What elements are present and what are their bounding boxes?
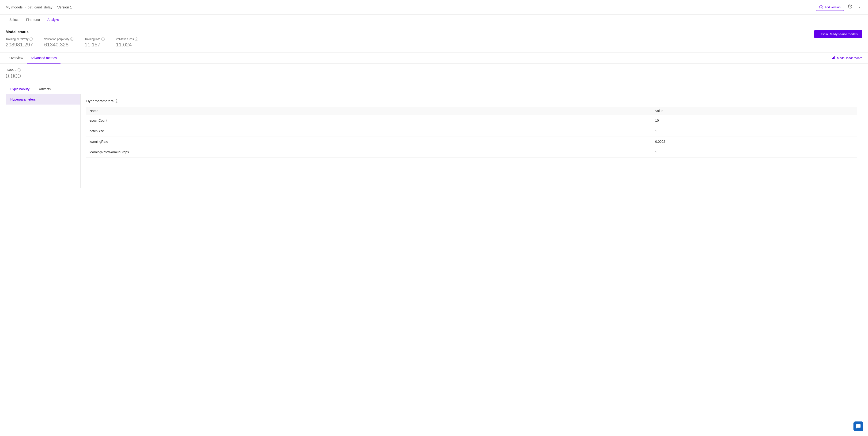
top-bar: My models › get_cand_delay › Version 1 +… [0,0,868,14]
param-value: 10 [652,115,857,126]
model-leaderboard-link[interactable]: Model leaderboard [832,56,862,60]
table-row: epochCount10 [86,115,857,126]
table-row: learningRate0.0002 [86,136,857,147]
hyperparameters-title: Hyperparameters i [86,99,857,103]
metric-validation-perplexity-label: Validation perplexity i [44,37,73,41]
inner-tabs-row: Explainability Artifacts [6,84,862,94]
table-row: batchSize1 [86,126,857,136]
metric-validation-perplexity: Validation perplexity i 61340.328 [44,37,73,48]
add-version-button[interactable]: + Add version [816,4,844,11]
hyperparameters-table: Name Value epochCount10batchSize1learnin… [86,107,857,158]
metrics-row: Training perplexity i 208981.297 Validat… [6,37,138,48]
bar-chart-icon [832,56,836,60]
rouge-value: 0.000 [6,72,862,80]
metric-validation-loss-value: 11.024 [116,42,138,48]
metric-validation-loss-label: Validation loss i [116,37,138,41]
param-name: batchSize [86,126,652,136]
svg-rect-2 [833,57,834,59]
breadcrumb-sep-1: › [25,5,26,9]
main-tabs: Select Fine-tune Analyze [0,14,868,25]
metric-training-loss-value: 11.157 [85,42,105,48]
training-loss-info-icon[interactable]: i [101,37,104,41]
test-ready-to-use-button[interactable]: Test in Ready-to-use models [814,30,862,38]
add-version-label: Add version [825,5,841,9]
content-area: ROUGE i 0.000 Explainability Artifacts H… [0,64,868,193]
left-panel: Hyperparameters [6,94,81,188]
model-status-left: Model status Training perplexity i 20898… [6,30,138,48]
col-name-header: Name [86,107,652,115]
breadcrumb-sep-2: › [54,5,55,9]
history-button[interactable] [847,3,854,11]
validation-perplexity-info-icon[interactable]: i [70,37,73,41]
top-bar-actions: + Add version ⋮ [816,3,862,11]
param-name: learningRate [86,136,652,147]
metric-training-loss: Training loss i 11.157 [85,37,105,48]
param-value: 1 [652,147,857,158]
left-panel-hyperparameters[interactable]: Hyperparameters [6,94,81,104]
breadcrumb-get-cand-delay[interactable]: get_cand_delay [28,5,53,9]
sub-tabs-row: Overview Advanced metrics Model leaderbo… [0,53,868,64]
breadcrumb-version1: Version 1 [57,5,72,9]
svg-rect-3 [834,56,835,59]
metric-training-loss-label: Training loss i [85,37,105,41]
tab-select[interactable]: Select [6,14,22,25]
hyperparameters-info-icon[interactable]: i [115,99,118,103]
tab-fine-tune[interactable]: Fine-tune [22,14,43,25]
plus-circle-icon: + [819,5,823,9]
model-status-section: Model status Training perplexity i 20898… [0,25,868,53]
sub-tab-overview[interactable]: Overview [6,53,27,64]
model-leaderboard-label: Model leaderboard [837,56,862,60]
col-value-header: Value [652,107,857,115]
two-col-layout: Hyperparameters Hyperparameters i Name V… [6,94,862,188]
more-options-button[interactable]: ⋮ [856,4,862,11]
sub-tabs: Overview Advanced metrics [6,53,61,63]
training-perplexity-info-icon[interactable]: i [30,37,33,41]
metric-training-perplexity-label: Training perplexity i [6,37,33,41]
table-row: learningRateWarmupSteps1 [86,147,857,158]
breadcrumb: My models › get_cand_delay › Version 1 [6,5,72,9]
tab-analyze[interactable]: Analyze [43,14,63,25]
param-name: epochCount [86,115,652,126]
inner-tab-artifacts[interactable]: Artifacts [34,84,56,94]
svg-rect-1 [832,58,833,59]
rouge-label: ROUGE i [6,68,862,71]
breadcrumb-my-models[interactable]: My models [6,5,23,9]
model-status-title: Model status [6,30,138,34]
metric-validation-perplexity-value: 61340.328 [44,42,73,48]
inner-tab-explainability[interactable]: Explainability [6,84,34,94]
param-value: 1 [652,126,857,136]
metric-training-perplexity-value: 208981.297 [6,42,33,48]
validation-loss-info-icon[interactable]: i [135,37,138,41]
param-value: 0.0002 [652,136,857,147]
param-name: learningRateWarmupSteps [86,147,652,158]
metric-validation-loss: Validation loss i 11.024 [116,37,138,48]
metric-training-perplexity: Training perplexity i 208981.297 [6,37,33,48]
sub-tab-advanced-metrics[interactable]: Advanced metrics [27,53,60,64]
rouge-info-icon[interactable]: i [18,68,21,71]
right-panel: Hyperparameters i Name Value epochCount1… [81,94,862,188]
